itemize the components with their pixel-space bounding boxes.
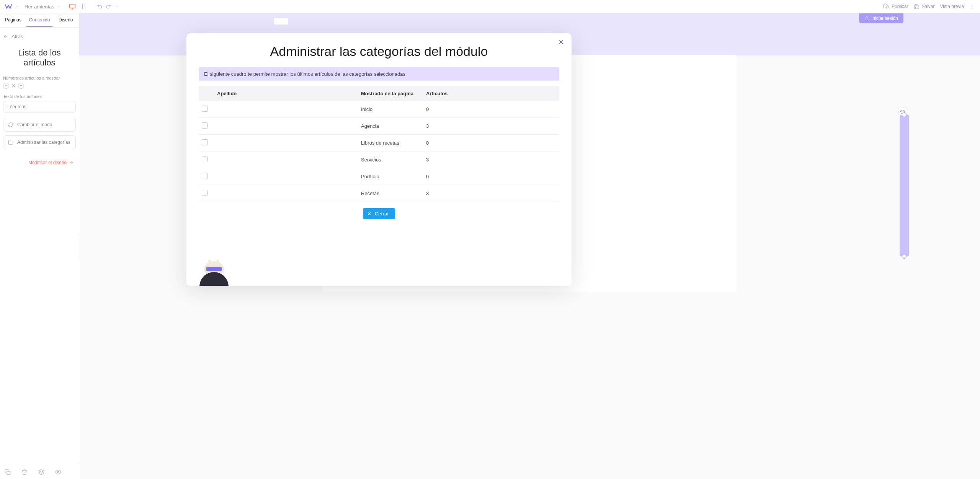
duplicate-icon[interactable] [5,469,11,475]
modal-title: Administrar las categorías del módulo [186,44,572,59]
svg-rect-0 [70,4,75,8]
svg-rect-3 [83,4,85,9]
row-checkbox[interactable] [202,122,208,129]
cell-articles: 3 [426,157,556,163]
tools-menu[interactable]: Herramientas [24,4,60,10]
row-checkbox[interactable] [202,139,208,145]
left-sidebar: Páginas Contenido Diseño Atrás Lista de … [0,13,79,479]
panel-title: Lista de los artículos [3,48,76,68]
cell-page: Agencia [361,123,426,129]
main-layout: Páginas Contenido Diseño Atrás Lista de … [0,13,980,479]
table-row: Libros de recetas 0 [199,135,559,152]
count-field-label: Número de artículos a mostrar [3,76,76,80]
visibility-icon[interactable] [55,469,61,475]
publish-label: Publicar [892,4,908,9]
th-page: Mostrado en la página [361,91,426,96]
editor-canvas: Iniciar sesión Administrar las categoría… [79,13,980,479]
logo-menu-caret[interactable] [15,5,19,8]
tab-pages[interactable]: Páginas [0,13,26,27]
table-row: Inicio 0 [199,101,559,118]
stepper-increment[interactable]: + [18,83,24,89]
table-row: Portfolio 0 [199,168,559,185]
modify-design-link[interactable]: Modificar el diseño [3,160,76,165]
preview-label: Vista previa [940,4,964,9]
svg-point-10 [866,17,867,18]
table-row: Agencia 3 [199,118,559,135]
table-header: Apellido Mostrado en la página Artículos [199,86,559,101]
top-toolbar-right: Publicar Salvar Vista previa ⋮ [883,3,975,10]
back-button[interactable]: Atrás [3,32,76,41]
more-menu-icon[interactable]: ⋮ [969,3,975,10]
tools-menu-label: Herramientas [24,4,54,10]
floating-toolbar-hint [274,18,288,25]
manage-categories-label: Administrar las categorías [17,140,70,145]
cell-articles: 0 [426,174,556,179]
sidebar-footer [0,465,79,479]
desktop-icon[interactable] [68,2,77,11]
cell-articles: 3 [426,191,556,196]
cell-page: Libros de recetas [361,140,426,146]
sidebar-body: Atrás Lista de los artículos Número de a… [0,28,79,465]
change-mode-button[interactable]: Cambiar el modo [3,118,76,132]
row-checkbox[interactable] [202,190,208,196]
categories-table: Apellido Mostrado en la página Artículos… [199,86,559,202]
mascot-illustration [196,261,232,286]
cell-page: Portfolio [361,174,426,179]
undo-icon[interactable] [96,3,103,10]
modify-design-label: Modificar el diseño [28,160,67,165]
history-menu-caret[interactable] [115,5,119,8]
redo-icon[interactable] [106,3,112,10]
preview-button[interactable]: Vista previa [940,4,964,9]
login-chip-label: Iniciar sesión [871,16,898,21]
selection-outline[interactable] [900,115,909,256]
layers-icon[interactable] [38,469,44,475]
cell-page: Inicio [361,106,426,112]
publish-button[interactable]: Publicar [883,3,908,10]
button-text-input[interactable] [3,101,76,112]
row-checkbox[interactable] [202,106,208,112]
change-mode-label: Cambiar el modo [17,122,52,127]
modal-close-button[interactable]: Cerrar [363,208,395,219]
article-count-stepper: − 3 + [3,83,76,89]
cell-page: Servicios [361,157,426,163]
th-name: Apellido [217,91,361,96]
folder-icon [8,140,13,145]
row-checkbox[interactable] [202,173,208,179]
back-label: Atrás [11,34,23,39]
tab-content[interactable]: Contenido [26,13,53,27]
cell-articles: 0 [426,140,556,146]
mobile-icon[interactable] [80,2,88,11]
refresh-icon [8,122,13,127]
cell-articles: 0 [426,106,556,112]
button-text-field-label: Texto de los botones [3,94,76,99]
stepper-decrement[interactable]: − [3,83,9,89]
modal-info-banner: El siguiente cuadro te permite mostrar l… [199,67,559,81]
login-chip[interactable]: Iniciar sesión [859,13,903,23]
history-controls [96,3,119,10]
modal-close-label: Cerrar [375,211,389,217]
save-label: Salvar [922,4,935,9]
top-toolbar-left: Herramientas [5,2,119,11]
top-toolbar: Herramientas Publicar [0,0,980,13]
device-switcher [68,2,88,11]
modal-close-icon[interactable] [558,39,565,46]
table-row: Servicios 3 [199,152,559,168]
svg-point-9 [57,471,59,473]
stepper-value: 3 [12,83,15,88]
cell-articles: 3 [426,123,556,129]
manage-categories-modal: Administrar las categorías del módulo El… [186,33,572,286]
manage-categories-button[interactable]: Administrar las categorías [3,135,76,149]
trash-icon[interactable] [21,469,28,475]
svg-rect-7 [7,471,10,475]
close-icon [367,211,372,216]
cell-page: Recetas [361,191,426,196]
sidebar-tabs: Páginas Contenido Diseño [0,13,79,28]
table-row: Recetas 3 [199,185,559,202]
app-logo[interactable] [5,3,12,10]
th-articles: Artículos [426,91,556,96]
svg-marker-8 [39,469,44,472]
save-button[interactable]: Salvar [914,4,935,10]
tab-design[interactable]: Diseño [52,13,79,27]
row-checkbox[interactable] [202,156,208,162]
